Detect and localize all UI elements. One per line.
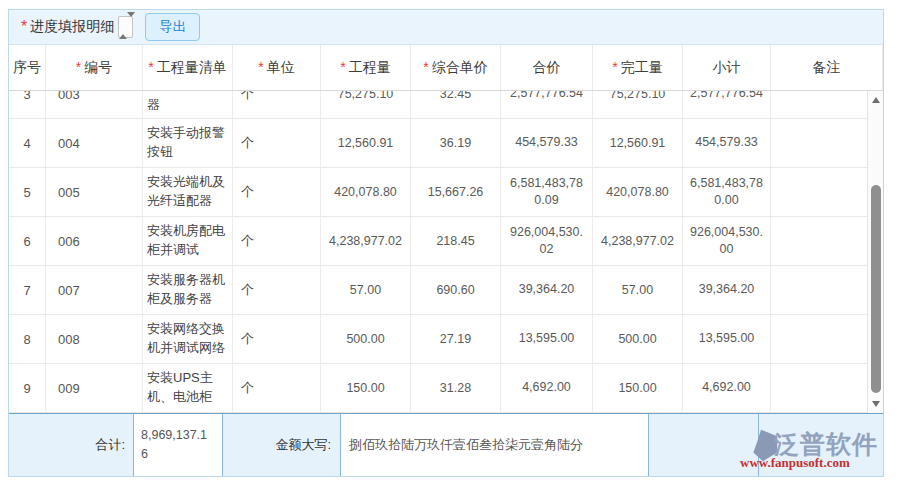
cell-seq: 4 xyxy=(9,119,46,167)
table-row[interactable]: 4004安装手动报警按钮个12,560.9136.19454,579.3312,… xyxy=(9,119,869,168)
cell-price: 36.19 xyxy=(411,119,501,167)
table-row[interactable]: 8008安装网络交换机并调试网络个500.0027.1913,595.00500… xyxy=(9,315,869,364)
cell-total: 4,692.00 xyxy=(501,364,593,412)
cell-sub: 2,577,776.54 xyxy=(683,91,771,118)
cell-qty: 75,275.10 xyxy=(321,91,411,118)
cell-qty: 500.00 xyxy=(321,315,411,363)
cell-price: 27.19 xyxy=(411,315,501,363)
cell-total: 13,595.00 xyxy=(501,315,593,363)
cell-sub: 13,595.00 xyxy=(683,315,771,363)
scrollbar-down-arrow[interactable] xyxy=(868,397,883,411)
cell-code: 006 xyxy=(46,217,143,265)
cell-code: 008 xyxy=(46,315,143,363)
cell-qty: 57.00 xyxy=(321,266,411,314)
cell-sub: 926,004,530.00 xyxy=(683,217,771,265)
cell-price: 31.28 xyxy=(411,364,501,412)
column-header-done: *完工量 xyxy=(593,45,683,90)
cell-unit: 个 xyxy=(233,119,321,167)
required-asterisk: * xyxy=(423,58,428,76)
amount-words-value: 捌佰玖拾陆万玖仟壹佰叁拾柒元壹角陆分 xyxy=(341,414,649,476)
cell-note xyxy=(771,315,869,363)
cell-sub: 454,579.33 xyxy=(683,119,771,167)
cell-total: 6,581,483,780.09 xyxy=(501,168,593,216)
spinner-down-icon[interactable] xyxy=(127,12,135,34)
cell-price: 690.60 xyxy=(411,266,501,314)
cell-seq: 8 xyxy=(9,315,46,363)
total-value: 8,969,137.16 xyxy=(134,414,223,476)
cell-note xyxy=(771,168,869,216)
required-asterisk: * xyxy=(21,18,27,36)
required-asterisk: * xyxy=(148,58,153,76)
cell-name: 安装网络交换机并调试网络 xyxy=(143,315,233,363)
required-asterisk: * xyxy=(340,58,345,76)
cell-sub: 4,692.00 xyxy=(683,364,771,412)
column-header-sub: 小计 xyxy=(683,45,771,90)
cell-done: 500.00 xyxy=(593,315,683,363)
table-body-rows: 3003器个75,275.1032.452,577,776.5475,275.1… xyxy=(9,91,869,413)
column-header-seq: 序号 xyxy=(9,45,46,90)
collapse-spinner-control[interactable] xyxy=(118,16,133,38)
cell-price: 32.45 xyxy=(411,91,501,118)
scrollbar-up-arrow[interactable] xyxy=(868,93,883,107)
column-header-total: 合价 xyxy=(501,45,593,90)
cell-code: 009 xyxy=(46,364,143,412)
cell-unit: 个 xyxy=(233,217,321,265)
required-asterisk: * xyxy=(258,58,263,76)
cell-price: 15,667.26 xyxy=(411,168,501,216)
panel-title: 进度填报明细 xyxy=(30,18,114,36)
cell-note xyxy=(771,217,869,265)
cell-seq: 6 xyxy=(9,217,46,265)
required-asterisk: * xyxy=(76,58,81,76)
footer-empty-cell xyxy=(759,414,883,476)
cell-name: 安装机房配电柜并调试 xyxy=(143,217,233,265)
column-header-price: *综合单价 xyxy=(411,45,501,90)
cell-done: 12,560.91 xyxy=(593,119,683,167)
cell-done: 57.00 xyxy=(593,266,683,314)
cell-qty: 420,078.80 xyxy=(321,168,411,216)
header-row: 序号*编号*工程量清单*单位*工程量*综合单价合价*完工量小计备注 xyxy=(9,45,883,91)
cell-name: 安装服务器机柜及服务器 xyxy=(143,266,233,314)
cell-sub: 39,364.20 xyxy=(683,266,771,314)
table-row[interactable]: 3003器个75,275.1032.452,577,776.5475,275.1… xyxy=(9,91,869,119)
cell-price: 218.45 xyxy=(411,217,501,265)
cell-unit: 个 xyxy=(233,364,321,412)
required-asterisk: * xyxy=(612,58,617,76)
panel-titlebar: * 进度填报明细 导出 xyxy=(9,10,883,45)
total-label: 合计: xyxy=(9,414,134,476)
cell-total: 454,579.33 xyxy=(501,119,593,167)
cell-unit: 个 xyxy=(233,168,321,216)
cell-note xyxy=(771,266,869,314)
cell-seq: 3 xyxy=(9,91,46,118)
cell-seq: 5 xyxy=(9,168,46,216)
scrollbar-thumb[interactable] xyxy=(871,185,881,393)
column-header-code: *编号 xyxy=(46,45,143,90)
column-header-unit: *单位 xyxy=(233,45,321,90)
progress-detail-panel: * 进度填报明细 导出 序号*编号*工程量清单*单位*工程量*综合单价合价*完工… xyxy=(8,9,884,477)
table-body: 3003器个75,275.1032.452,577,776.5475,275.1… xyxy=(9,91,883,413)
cell-code: 004 xyxy=(46,119,143,167)
scrollbar[interactable] xyxy=(867,91,883,413)
table-row[interactable]: 6006安装机房配电柜并调试个4,238,977.02218.45926,004… xyxy=(9,217,869,266)
cell-total: 926,004,530.02 xyxy=(501,217,593,265)
cell-qty: 12,560.91 xyxy=(321,119,411,167)
cell-code: 005 xyxy=(46,168,143,216)
cell-done: 150.00 xyxy=(593,364,683,412)
column-header-name: *工程量清单 xyxy=(143,45,233,90)
column-header-note: 备注 xyxy=(771,45,883,90)
cell-done: 75,275.10 xyxy=(593,91,683,118)
cell-note xyxy=(771,91,869,118)
cell-qty: 4,238,977.02 xyxy=(321,217,411,265)
summary-footer: 合计: 8,969,137.16 金额大写: 捌佰玖拾陆万玖仟壹佰叁拾柒元壹角陆… xyxy=(9,413,883,476)
cell-done: 4,238,977.02 xyxy=(593,217,683,265)
cell-total: 2,577,776.54 xyxy=(501,91,593,118)
table-row[interactable]: 7007安装服务器机柜及服务器个57.00690.6039,364.2057.0… xyxy=(9,266,869,315)
cell-unit: 个 xyxy=(233,91,321,118)
table-row[interactable]: 9009安装UPS主机、电池柜个150.0031.284,692.00150.0… xyxy=(9,364,869,413)
table-row[interactable]: 5005安装光端机及光纤适配器个420,078.8015,667.266,581… xyxy=(9,168,869,217)
cell-seq: 9 xyxy=(9,364,46,412)
amount-words-label: 金额大写: xyxy=(223,414,341,476)
cell-unit: 个 xyxy=(233,266,321,314)
cell-sub: 6,581,483,780.00 xyxy=(683,168,771,216)
export-button[interactable]: 导出 xyxy=(145,13,200,41)
cell-code: 007 xyxy=(46,266,143,314)
